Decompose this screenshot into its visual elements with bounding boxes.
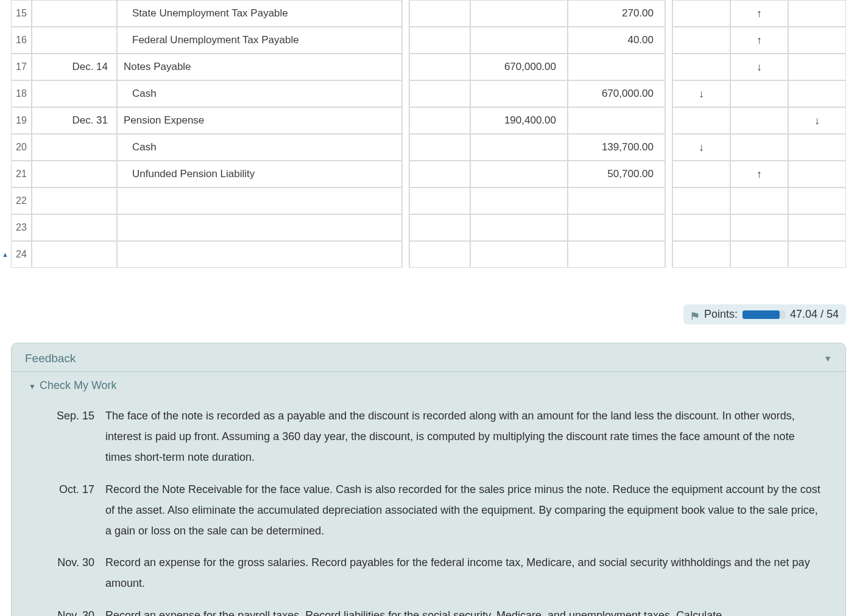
date-cell[interactable]: [32, 27, 117, 54]
debit-cell[interactable]: [470, 187, 568, 214]
arrow-cell-3[interactable]: [788, 241, 846, 268]
blank-cell[interactable]: [409, 107, 470, 134]
date-cell[interactable]: Dec. 31: [32, 107, 117, 134]
column-gap: [665, 187, 672, 214]
description-cell[interactable]: Unfunded Pension Liability: [117, 161, 402, 187]
arrow-cell-3[interactable]: [788, 27, 846, 54]
credit-cell[interactable]: [568, 54, 665, 80]
feedback-header[interactable]: Feedback ▼: [12, 343, 845, 372]
column-gap: [665, 54, 672, 80]
column-gap: [665, 134, 672, 161]
debit-cell[interactable]: [470, 214, 568, 241]
credit-cell[interactable]: [568, 187, 665, 214]
arrow-cell-1[interactable]: [672, 0, 730, 27]
arrow-cell-3[interactable]: [788, 0, 846, 27]
arrow-cell-2[interactable]: [730, 214, 788, 241]
credit-cell[interactable]: [568, 214, 665, 241]
date-cell[interactable]: Dec. 14: [32, 54, 117, 80]
arrow-cell-3[interactable]: [788, 134, 846, 161]
description-cell[interactable]: Federal Unemployment Tax Payable: [117, 27, 402, 54]
date-cell[interactable]: [32, 214, 117, 241]
arrow-cell-2[interactable]: ↑: [730, 27, 788, 54]
row-number: 17: [11, 54, 32, 80]
arrow-cell-1[interactable]: ↓: [672, 134, 730, 161]
flag-icon: [691, 310, 699, 319]
points-progress: [742, 310, 785, 319]
debit-cell[interactable]: [470, 27, 568, 54]
debit-cell[interactable]: 190,400.00: [470, 107, 568, 134]
debit-cell[interactable]: [470, 134, 568, 161]
arrow-cell-2[interactable]: [730, 187, 788, 214]
credit-cell[interactable]: [568, 107, 665, 134]
blank-cell[interactable]: [409, 54, 470, 80]
arrow-cell-1[interactable]: [672, 187, 730, 214]
feedback-item-text: The face of the note is recorded as a pa…: [105, 405, 821, 468]
description-cell[interactable]: [117, 187, 402, 214]
chevron-down-icon[interactable]: ▼: [823, 354, 832, 363]
arrow-cell-3[interactable]: [788, 54, 846, 80]
arrow-cell-3[interactable]: [788, 80, 846, 107]
debit-cell[interactable]: [470, 241, 568, 268]
blank-cell[interactable]: [409, 80, 470, 107]
credit-cell[interactable]: 270.00: [568, 0, 665, 27]
row-number: 19: [11, 107, 32, 134]
debit-cell[interactable]: [470, 0, 568, 27]
debit-cell[interactable]: 670,000.00: [470, 54, 568, 80]
arrow-cell-1[interactable]: [672, 107, 730, 134]
blank-cell[interactable]: [409, 0, 470, 27]
date-cell[interactable]: [32, 0, 117, 27]
description-cell[interactable]: Pension Expense: [117, 107, 402, 134]
date-cell[interactable]: [32, 134, 117, 161]
arrow-cell-1[interactable]: [672, 241, 730, 268]
description-cell[interactable]: Cash: [117, 134, 402, 161]
arrow-cell-3[interactable]: [788, 161, 846, 187]
blank-cell[interactable]: [409, 214, 470, 241]
arrow-cell-3[interactable]: ↓: [788, 107, 846, 134]
arrow-cell-2[interactable]: ↑: [730, 161, 788, 187]
description-cell[interactable]: Notes Payable: [117, 54, 402, 80]
credit-cell[interactable]: 139,700.00: [568, 134, 665, 161]
debit-cell[interactable]: [470, 80, 568, 107]
debit-cell[interactable]: [470, 161, 568, 187]
arrow-cell-2[interactable]: [730, 107, 788, 134]
column-gap: [402, 187, 409, 214]
description-cell[interactable]: [117, 214, 402, 241]
credit-cell[interactable]: 40.00: [568, 27, 665, 54]
blank-cell[interactable]: [409, 241, 470, 268]
description-cell[interactable]: Cash: [117, 80, 402, 107]
blank-cell[interactable]: [409, 27, 470, 54]
row-number: 22: [11, 187, 32, 214]
arrow-cell-2[interactable]: [730, 134, 788, 161]
feedback-item: Nov. 30Record an expense for the payroll…: [48, 605, 821, 617]
column-gap: [402, 241, 409, 268]
arrow-cell-2[interactable]: ↓: [730, 54, 788, 80]
credit-cell[interactable]: 670,000.00: [568, 80, 665, 107]
blank-cell[interactable]: [409, 134, 470, 161]
arrow-cell-3[interactable]: [788, 187, 846, 214]
date-cell[interactable]: [32, 161, 117, 187]
row-number: 18: [11, 80, 32, 107]
arrow-cell-1[interactable]: [672, 214, 730, 241]
arrow-cell-1[interactable]: ↓: [672, 80, 730, 107]
check-my-work-toggle[interactable]: ▼Check My Work: [12, 372, 845, 394]
arrow-cell-3[interactable]: [788, 214, 846, 241]
date-cell[interactable]: [32, 187, 117, 214]
feedback-panel: Feedback ▼ ▼Check My Work Sep. 15The fac…: [11, 343, 846, 616]
arrow-cell-2[interactable]: [730, 80, 788, 107]
arrow-cell-1[interactable]: [672, 54, 730, 80]
arrow-cell-2[interactable]: [730, 241, 788, 268]
column-gap: [402, 107, 409, 134]
arrow-cell-2[interactable]: ↑: [730, 0, 788, 27]
table-row: 16Federal Unemployment Tax Payable40.00↑: [11, 27, 846, 54]
date-cell[interactable]: [32, 241, 117, 268]
blank-cell[interactable]: [409, 161, 470, 187]
triangle-down-icon: ▼: [29, 382, 36, 391]
credit-cell[interactable]: [568, 241, 665, 268]
credit-cell[interactable]: 50,700.00: [568, 161, 665, 187]
arrow-cell-1[interactable]: [672, 161, 730, 187]
description-cell[interactable]: State Unemployment Tax Payable: [117, 0, 402, 27]
description-cell[interactable]: [117, 241, 402, 268]
arrow-cell-1[interactable]: [672, 27, 730, 54]
date-cell[interactable]: [32, 80, 117, 107]
blank-cell[interactable]: [409, 187, 470, 214]
